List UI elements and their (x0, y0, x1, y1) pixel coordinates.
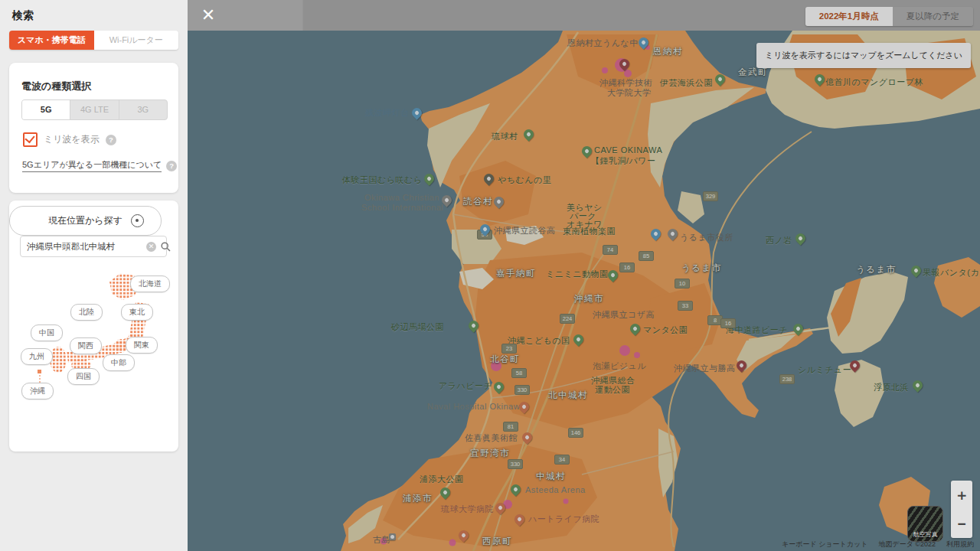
signal-section-title: 電波の種類選択 (21, 80, 91, 93)
tab-wifi-router[interactable]: Wi-Fiルーター (94, 31, 179, 50)
minimap-okinawa (38, 370, 41, 373)
zoom-in-button[interactable]: ＋ (951, 481, 972, 510)
option-4g-lte[interactable]: 4G LTE (70, 100, 119, 119)
time-toggle: 2022年1月時点 夏以降の予定 (805, 7, 973, 26)
model-info-help-icon[interactable]: ? (166, 161, 177, 171)
aerial-photo-label: 航空写真 (908, 530, 942, 539)
option-3g[interactable]: 3G (119, 100, 167, 119)
mmwave-help-icon[interactable]: ? (106, 135, 116, 145)
map-data-copyright: 地図データ ©2022 (878, 540, 936, 549)
map-attribution: キーボード ショートカット 地図データ ©2022 利用規約 (782, 540, 974, 549)
mmwave-checkbox-label: ミリ波を表示 (44, 133, 100, 146)
signal-type-segmented-control: 5G 4G LTE 3G (21, 99, 168, 120)
map-zoom-control: ＋ − (951, 481, 972, 538)
region-button[interactable]: 東北 (121, 304, 153, 321)
region-button[interactable]: 関西 (70, 337, 102, 354)
region-button[interactable]: 沖縄 (21, 383, 54, 399)
region-button[interactable]: 中国 (31, 324, 63, 341)
toggle-current-coverage[interactable]: 2022年1月時点 (805, 7, 893, 26)
map-tiles (188, 0, 980, 551)
current-location-button[interactable]: 現在位置から探す (9, 206, 162, 236)
device-tabs: スマホ・携帯電話 Wi-Fiルーター (9, 31, 178, 50)
location-search-input[interactable] (20, 236, 167, 257)
map-canvas[interactable]: 恩納村立うんな中恩納村金武町億首川のマングローブ林沖縄科学技術大学院大学伊芸海浜… (188, 0, 980, 551)
keyboard-shortcuts-link[interactable]: キーボード ショートカット (782, 540, 867, 549)
model-info-row: 5Gエリアが異なる一部機種について ? (22, 159, 177, 172)
sidebar-title: 検索 (12, 9, 34, 23)
close-icon[interactable]: ✕ (198, 5, 219, 26)
map-pin[interactable] (389, 533, 396, 540)
5g-model-info-link[interactable]: 5Gエリアが異なる一部機種について (22, 159, 162, 172)
region-button[interactable]: 四国 (67, 368, 100, 385)
tab-smartphone[interactable]: スマホ・携帯電話 (9, 31, 94, 50)
mmwave-zoom-tooltip: ミリ波を表示するにはマップをズームしてください (756, 43, 971, 68)
zoom-out-button[interactable]: − (951, 510, 972, 539)
toggle-planned-coverage[interactable]: 夏以降の予定 (893, 7, 973, 26)
search-icon[interactable] (161, 242, 171, 252)
option-5g[interactable]: 5G (22, 100, 70, 119)
region-button[interactable]: 関東 (126, 337, 158, 354)
search-sidebar: 検索 スマホ・携帯電話 Wi-Fiルーター 電波の種類選択 5G 4G LTE … (0, 0, 188, 551)
mmwave-checkbox[interactable] (23, 132, 38, 147)
clear-input-icon[interactable]: ✕ (146, 242, 156, 252)
signal-type-card: 電波の種類選択 5G 4G LTE 3G ミリ波を表示 ? 5Gエリアが異なる一… (9, 63, 178, 193)
region-button[interactable]: 北陸 (70, 304, 103, 321)
current-location-label: 現在位置から探す (48, 214, 122, 227)
region-button[interactable]: 中部 (103, 354, 135, 371)
mmwave-checkbox-row[interactable]: ミリ波を表示 ? (23, 132, 116, 147)
coverage-map-app: 恩納村立うんな中恩納村金武町億首川のマングローブ林沖縄科学技術大学院大学伊芸海浜… (0, 0, 980, 551)
region-button[interactable]: 九州 (21, 348, 53, 365)
crosshair-icon (131, 214, 144, 227)
map-top-bar: ✕ 2022年1月時点 夏以降の予定 (188, 0, 980, 31)
aerial-photo-toggle[interactable]: 航空写真 (907, 506, 943, 542)
terms-link[interactable]: 利用規約 (946, 540, 974, 549)
region-button[interactable]: 北海道 (130, 276, 170, 292)
